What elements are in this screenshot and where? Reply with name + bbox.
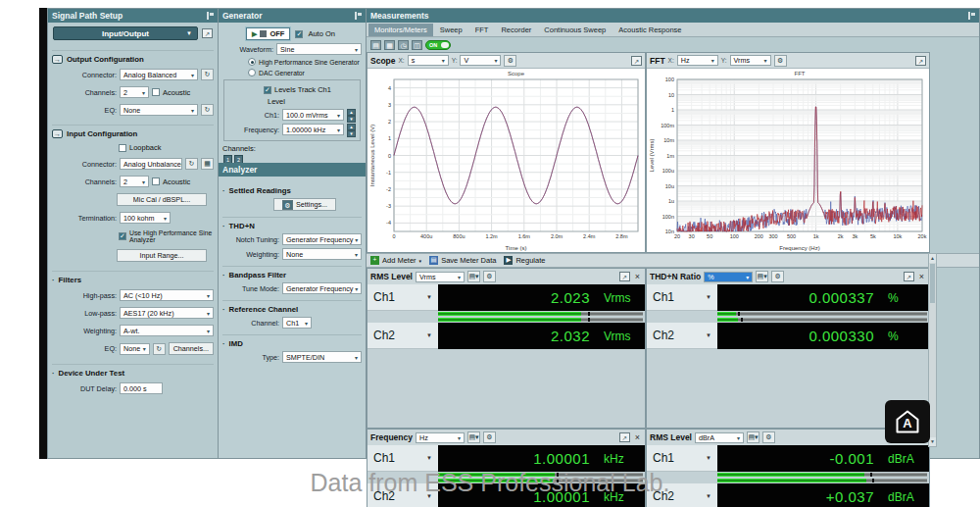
frequency-spinner[interactable]: ▲▼	[347, 124, 356, 135]
meter-popout-icon[interactable]: ↗	[904, 272, 914, 281]
meter-style-icon[interactable]: ▤▾	[467, 431, 480, 443]
pin-icon[interactable]	[354, 12, 362, 20]
filters-eq-select[interactable]: None	[120, 343, 150, 355]
alert-overlay-icon[interactable]: A	[885, 400, 930, 443]
channel-selector[interactable]: Ch1▼	[647, 445, 717, 472]
pin-icon[interactable]	[967, 12, 975, 20]
popout-icon[interactable]: ↗	[202, 28, 213, 38]
input-connector-select[interactable]: Analog Unbalanced	[120, 158, 182, 170]
filters-channels-button[interactable]: Channels...	[169, 342, 214, 355]
scope-x-unit-select[interactable]: s	[408, 55, 449, 66]
waveform-select[interactable]: Sine	[276, 43, 362, 55]
thdn-weighting-select[interactable]: None	[282, 248, 362, 260]
scope-settings-icon[interactable]: ⚙	[504, 55, 516, 67]
meter-unit-select[interactable]: dBrA	[695, 432, 744, 443]
scroll-thumb[interactable]	[930, 264, 935, 303]
meter-settings-icon[interactable]: ⚙	[483, 431, 496, 443]
scroll-down-icon[interactable]: ▼	[929, 437, 936, 446]
scroll-up-icon[interactable]: ▲	[929, 254, 936, 263]
output-eq-settings-icon[interactable]: ↻	[201, 104, 214, 116]
loopback-checkbox[interactable]	[119, 144, 126, 152]
regulate-button[interactable]: ▶ Regulate	[504, 256, 545, 265]
termination-select[interactable]: 100 kohm	[120, 212, 171, 224]
meter-unit-select[interactable]: Hz	[416, 432, 465, 443]
output-eq-select[interactable]: None	[120, 104, 198, 116]
channel-selector[interactable]: Ch2▼	[368, 323, 438, 349]
monitor-power-toggle[interactable]: ON	[425, 40, 451, 50]
scope-plot[interactable]: -4-3-2-1012340400u800u1.2m1.6m2.0m2.4m2.…	[368, 69, 645, 252]
hps-analyzer-checkbox[interactable]	[119, 232, 126, 240]
high-pass-select[interactable]: AC (<10 Hz)	[120, 289, 214, 301]
meter-style-icon[interactable]: ▤▾	[756, 271, 768, 282]
meter-unit-select[interactable]: Vrms	[416, 272, 465, 282]
channel-selector[interactable]: Ch2▼	[647, 323, 717, 349]
tab-monitors-meters[interactable]: Monitors/Meters	[368, 24, 433, 36]
tab-recorder[interactable]: Recorder	[495, 24, 537, 36]
pin-icon[interactable]	[206, 12, 214, 20]
output-channels-stepper[interactable]: 2	[120, 86, 149, 98]
save-meter-data-button[interactable]: ▤ Save Meter Data	[429, 256, 496, 265]
meter-popout-icon[interactable]: ↗	[619, 272, 630, 281]
tune-mode-select[interactable]: Generator Frequency	[282, 282, 362, 294]
tab-fft[interactable]: FFT	[469, 24, 495, 36]
output-connector-select[interactable]: Analog Balanced	[120, 69, 198, 80]
channel-selector[interactable]: Ch1▼	[368, 445, 438, 472]
channel-selector[interactable]: Ch1▼	[368, 284, 438, 311]
meter-style-icon[interactable]: ▤▾	[747, 431, 760, 443]
frequency-combo[interactable]: 1.00000 kHz	[282, 124, 344, 135]
add-meter-button[interactable]: + Add Meter ▾	[370, 256, 421, 265]
fft-plot[interactable]: 100101100m10m1m100u10u1u100n10n203050100…	[647, 69, 929, 252]
svg-text:300: 300	[768, 233, 777, 239]
io-matrix-icon[interactable]: ◫	[412, 40, 422, 50]
display-icon[interactable]: ▦	[384, 40, 395, 50]
signal-path-selector[interactable]: Input/Output	[53, 26, 198, 40]
svg-text:100u: 100u	[662, 168, 674, 174]
meter-settings-icon[interactable]: ⚙	[483, 271, 496, 282]
low-pass-select[interactable]: AES17 (20 kHz)	[120, 307, 214, 319]
meter-settings-icon[interactable]: ⚙	[771, 271, 784, 282]
imd-type-select[interactable]: SMPTE/DIN	[282, 351, 362, 363]
save-layout-icon[interactable]: ▤	[370, 40, 381, 50]
dut-delay-input[interactable]	[120, 382, 163, 394]
hp-sine-radio[interactable]	[248, 58, 256, 66]
fft-y-unit-select[interactable]: Vrms	[730, 55, 771, 66]
notch-tuning-select[interactable]: Generator Frequency	[282, 233, 362, 245]
meter-close-icon[interactable]: ×	[633, 432, 642, 442]
connector-label: Connector:	[52, 160, 117, 169]
ch1-level-combo[interactable]: 100.0 mVrms	[282, 109, 344, 121]
tab-continuous-sweep[interactable]: Continuous Sweep	[538, 24, 612, 36]
scope-popout-icon[interactable]: ↗	[631, 56, 642, 66]
tab-sweep[interactable]: Sweep	[434, 24, 468, 36]
output-connector-settings-icon[interactable]: ↻	[201, 69, 214, 80]
input-acoustic-checkbox[interactable]	[152, 177, 160, 185]
filters-eq-settings-icon[interactable]: ↻	[153, 343, 166, 355]
ref-channel-select[interactable]: Ch1	[282, 317, 312, 329]
meter-style-icon[interactable]: ▤▾	[467, 271, 480, 282]
tab-acoustic-response[interactable]: Acoustic Response	[612, 24, 687, 36]
input-connector-settings-icon[interactable]: ↻	[185, 158, 198, 170]
meter-settings-icon[interactable]: ⚙	[762, 431, 775, 443]
generator-off-button[interactable]: ▶ OFF	[246, 27, 290, 40]
dac-generator-radio[interactable]	[248, 69, 256, 76]
levels-track-checkbox[interactable]	[264, 86, 271, 94]
fft-popout-icon[interactable]: ↗	[915, 56, 926, 66]
fft-x-unit-select[interactable]: Hz	[677, 55, 718, 66]
input-matrix-icon[interactable]: ▦	[201, 158, 214, 170]
ch1-level-spinner[interactable]: ▲▼	[347, 109, 356, 121]
meter-close-icon[interactable]: ×	[633, 272, 642, 281]
meter-popout-icon[interactable]: ↗	[619, 432, 630, 442]
auto-on-checkbox[interactable]	[295, 30, 303, 38]
weighting-select[interactable]: A-wt.	[120, 325, 214, 336]
mic-cal-button[interactable]: Mic Cal / dBSPL...	[117, 193, 207, 206]
input-channels-stepper[interactable]: 2	[120, 176, 149, 187]
meter-close-icon[interactable]: ×	[917, 272, 926, 281]
clock-icon[interactable]: ◷	[398, 40, 409, 50]
scope-y-unit-select[interactable]: V	[460, 55, 501, 66]
output-acoustic-checkbox[interactable]	[152, 88, 160, 96]
fft-settings-icon[interactable]: ⚙	[774, 55, 787, 67]
input-range-button[interactable]: Input Range...	[117, 249, 207, 262]
channel-selector[interactable]: Ch1▼	[647, 284, 717, 311]
meter-unit-select[interactable]: %	[704, 272, 753, 282]
settings-button[interactable]: ⚙ Settings...	[273, 198, 336, 211]
weighting-label: Weighting:	[52, 327, 117, 335]
